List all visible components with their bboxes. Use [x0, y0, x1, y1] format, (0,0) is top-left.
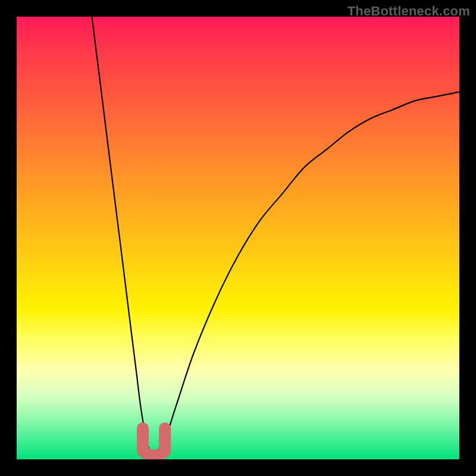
chart-frame: TheBottleneck.com: [0, 0, 476, 476]
curve-layer: [17, 17, 459, 459]
plot-area: [17, 17, 459, 459]
optimal-u-marker: [143, 428, 165, 456]
bottleneck-curve: [92, 17, 460, 459]
